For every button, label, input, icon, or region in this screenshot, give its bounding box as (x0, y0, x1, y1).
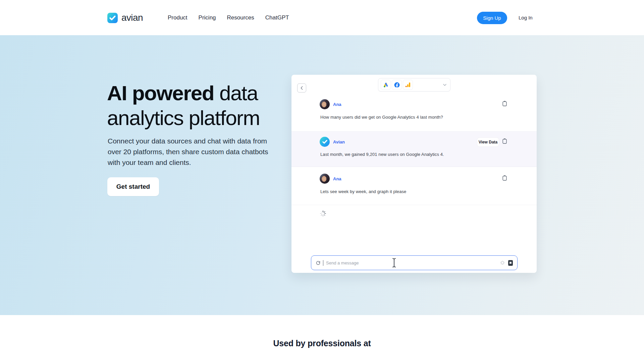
hero-title-line2: analytics platform (107, 106, 260, 129)
nav-item-pricing[interactable]: Pricing (199, 14, 216, 21)
google-ads-source-button[interactable] (381, 80, 391, 90)
send-message-input[interactable] (326, 260, 500, 265)
hero-subtitle: Connect your data sources and chat with … (108, 136, 282, 168)
clipboard-icon (502, 175, 507, 181)
hero-section: AI powered dataanalytics platform Connec… (0, 35, 644, 315)
avian-check-icon (322, 140, 327, 144)
facebook-icon (394, 82, 400, 88)
message-input-container (311, 255, 518, 270)
response-loading-spinner (320, 210, 326, 218)
google-analytics-icon (405, 82, 411, 88)
avatar-ana (320, 99, 330, 109)
view-data-button[interactable]: View Data (477, 138, 499, 146)
message-text: How many users did we get on Google Anal… (320, 115, 443, 120)
back-button[interactable] (297, 83, 306, 93)
input-actions (500, 260, 513, 266)
data-source-toolbar (378, 78, 450, 92)
copy-message-button[interactable] (502, 138, 507, 144)
text-caret (323, 260, 323, 266)
clipboard-icon (502, 101, 507, 106)
chevron-left-icon (301, 86, 303, 90)
nav-item-chatgpt[interactable]: ChatGPT (265, 14, 289, 21)
social-proof-heading: Used by professionals at (0, 339, 644, 348)
brand-logo[interactable]: avian (107, 12, 143, 23)
chat-demo-card: Ana How many users did we get on Google … (291, 75, 537, 273)
avian-logo-icon (107, 13, 118, 23)
chat-message-user: Ana How many users did we get on Google … (291, 99, 537, 131)
spinner-icon (500, 260, 505, 265)
send-icon[interactable] (508, 260, 513, 266)
toolbar-dropdown-caret[interactable] (443, 84, 446, 86)
main-nav: Product Pricing Resources ChatGPT (168, 0, 289, 35)
regenerate-icon[interactable] (316, 260, 321, 265)
get-started-button[interactable]: Get started (107, 177, 159, 196)
spinner-icon (320, 210, 326, 217)
brand-name: avian (121, 12, 143, 23)
google-ads-icon (383, 82, 389, 88)
google-analytics-source-button[interactable] (403, 80, 413, 90)
hero-title: AI powered dataanalytics platform (107, 81, 260, 130)
clipboard-icon (502, 138, 507, 144)
copy-message-button[interactable] (502, 175, 507, 181)
hero-title-rest: data (214, 81, 258, 105)
copy-message-button[interactable] (502, 101, 507, 106)
avatar-ana (320, 174, 330, 184)
message-author: Ana (333, 102, 341, 107)
chat-message-assistant: Avian View Data Last month, we gained 9,… (291, 131, 537, 167)
log-in-link[interactable]: Log In (519, 15, 533, 20)
chevron-down-icon (443, 84, 446, 86)
social-proof-section: Used by professionals at (0, 315, 644, 362)
nav-item-product[interactable]: Product (168, 14, 187, 21)
top-navigation-bar: avian Product Pricing Resources ChatGPT … (0, 0, 644, 35)
facebook-source-button[interactable] (392, 80, 402, 90)
message-text: Lets see week by week, and graph it plea… (320, 189, 406, 194)
message-author: Avian (333, 139, 345, 144)
chat-message-user: Ana Lets see week by week, and graph it … (291, 167, 537, 205)
avatar-avian (320, 137, 330, 147)
sign-up-button[interactable]: Sign Up (477, 12, 507, 24)
message-author: Ana (333, 176, 341, 181)
message-text: Last month, we gained 9,201 new users on… (320, 152, 444, 157)
nav-item-resources[interactable]: Resources (227, 14, 254, 21)
hero-title-bold: AI powered (107, 81, 214, 105)
